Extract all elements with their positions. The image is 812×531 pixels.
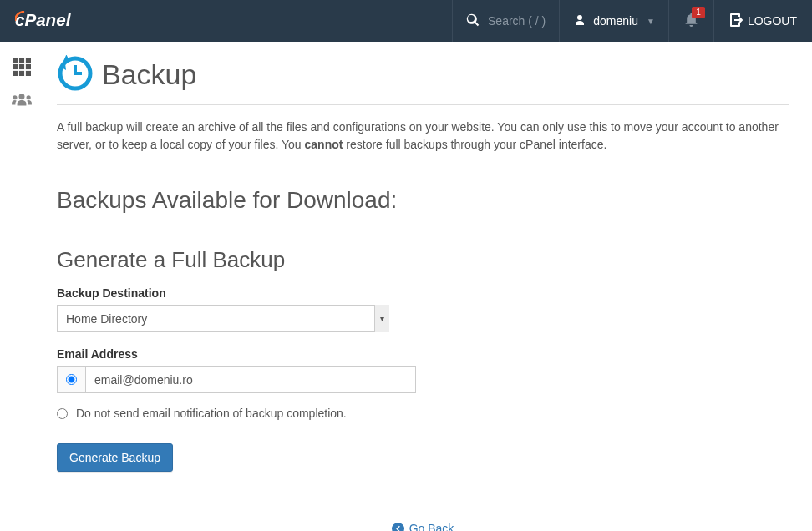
svg-rect-5 [18,64,23,69]
notification-badge: 1 [692,7,705,18]
email-field[interactable] [85,366,416,393]
cpanel-logo[interactable]: cPanel [0,11,109,31]
svg-rect-2 [18,58,23,63]
logout-icon [729,13,743,29]
page-header: Backup [57,55,789,94]
search-icon [466,13,480,29]
email-radio-addon[interactable] [57,366,85,393]
go-back-section: Go Back [57,522,789,531]
svg-rect-7 [13,71,18,76]
page-description: A full backup will create an archive of … [57,119,789,154]
backups-available-heading: Backups Available for Download: [57,187,789,214]
user-menu[interactable]: domeniu ▼ [559,0,668,42]
logout-label: LOGOUT [748,14,797,28]
username: domeniu [593,14,638,28]
generate-backup-heading: Generate a Full Backup [57,247,789,273]
topbar: cPanel Search ( / ) domeniu ▼ 1 LOGOUT [0,0,812,42]
search-section[interactable]: Search ( / ) [452,0,559,42]
user-icon [573,13,586,29]
svg-rect-15 [74,72,82,75]
svg-point-11 [13,95,17,99]
svg-rect-6 [25,64,30,69]
sidebar-item-apps[interactable] [0,50,43,83]
destination-select[interactable]: Home Directory [57,305,389,332]
arrow-left-circle-icon [392,523,404,532]
go-back-link[interactable]: Go Back [392,522,454,531]
email-label: Email Address [57,347,789,361]
destination-select-wrap: Home Directory ▾ [57,305,389,332]
no-notify-row[interactable]: Do not send email notification of backup… [57,407,789,420]
backup-icon [57,55,94,94]
sidebar [0,42,43,531]
notifications-button[interactable]: 1 [668,0,713,42]
search-placeholder: Search ( / ) [488,14,546,28]
svg-text:cPanel: cPanel [15,11,72,29]
generate-backup-button[interactable]: Generate Backup [57,443,173,472]
divider [57,104,789,105]
destination-label: Backup Destination [57,286,789,300]
svg-rect-3 [25,58,30,63]
content-area: Backup A full backup will create an arch… [43,42,812,531]
email-input-group [57,366,416,393]
svg-rect-8 [18,71,23,76]
no-notify-radio[interactable] [57,408,68,419]
svg-rect-4 [13,64,18,69]
logout-button[interactable]: LOGOUT [713,0,812,42]
svg-point-10 [18,94,24,99]
caret-down-icon: ▼ [647,17,655,26]
page-title: Backup [102,58,196,91]
svg-rect-9 [25,71,30,76]
no-notify-label: Do not send email notification of backup… [76,407,347,420]
sidebar-item-users[interactable] [0,83,43,117]
svg-rect-1 [13,58,18,63]
svg-point-12 [26,95,30,99]
email-notify-radio[interactable] [66,374,77,385]
